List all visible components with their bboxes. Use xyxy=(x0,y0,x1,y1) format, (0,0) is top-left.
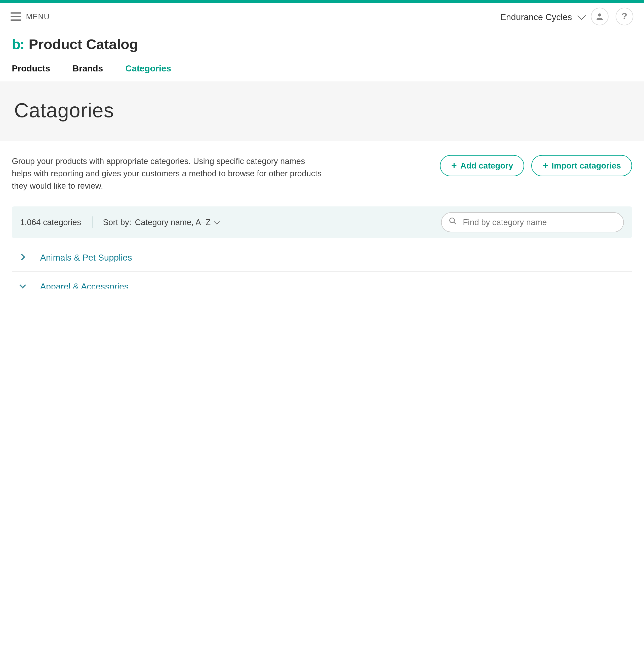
chevron-down-icon xyxy=(19,282,26,288)
hamburger-icon xyxy=(10,12,21,21)
sort-label: Sort by: xyxy=(103,217,131,227)
category-row: Apparel & Accessories xyxy=(12,272,632,288)
add-category-label: Add category xyxy=(460,161,513,170)
page-subtitle: Catagories xyxy=(14,99,630,122)
menu-button[interactable]: MENU xyxy=(10,12,50,21)
svg-point-0 xyxy=(598,13,601,17)
page-subheader: Catagories xyxy=(0,81,644,141)
search-icon xyxy=(448,216,458,228)
question-icon: ? xyxy=(622,11,627,22)
action-buttons: + Add category + Import catagories xyxy=(440,155,632,176)
page-title-area: b: Product Catalog xyxy=(0,30,644,52)
expand-toggle[interactable] xyxy=(12,247,32,267)
category-tree: Animals & Pet SuppliesApparel & Accessor… xyxy=(0,243,644,288)
user-icon xyxy=(595,12,604,21)
menu-label: MENU xyxy=(26,12,50,21)
sort-dropdown[interactable]: Sort by: Category name, A–Z xyxy=(103,217,218,227)
help-button[interactable]: ? xyxy=(616,7,633,25)
app-header: MENU Endurance Cycles ? xyxy=(0,3,644,30)
search-field-wrap xyxy=(441,212,624,232)
primary-tabs: Products Brands Categories xyxy=(0,52,644,81)
toolbar-left: 1,064 categories Sort by: Category name,… xyxy=(20,216,218,228)
chevron-right-icon xyxy=(18,254,25,261)
org-name: Endurance Cycles xyxy=(500,11,572,22)
chevron-down-icon xyxy=(578,11,586,20)
category-row: Animals & Pet Supplies xyxy=(12,243,632,272)
description-text: Group your products with appropriate cat… xyxy=(12,155,324,192)
import-categories-button[interactable]: + Import catagories xyxy=(531,155,632,176)
tab-products[interactable]: Products xyxy=(12,63,50,73)
add-category-button[interactable]: + Add category xyxy=(440,155,524,176)
svg-point-1 xyxy=(450,218,455,222)
search-input[interactable] xyxy=(441,212,624,232)
description-actions-row: Group your products with appropriate cat… xyxy=(0,141,644,198)
org-selector[interactable]: Endurance Cycles xyxy=(500,11,584,22)
category-link[interactable]: Apparel & Accessories xyxy=(40,281,129,288)
sort-value: Category name, A–Z xyxy=(135,217,211,227)
brand-accent-bar xyxy=(0,0,644,3)
plus-icon: + xyxy=(451,161,457,170)
page-title: Product Catalog xyxy=(29,36,138,52)
chevron-down-icon xyxy=(214,218,220,225)
svg-line-2 xyxy=(454,222,456,225)
list-toolbar: 1,064 categories Sort by: Category name,… xyxy=(12,206,632,238)
brand-logo: b: xyxy=(12,36,24,52)
category-link[interactable]: Animals & Pet Supplies xyxy=(40,252,132,262)
user-account-button[interactable] xyxy=(591,7,608,25)
header-right: Endurance Cycles ? xyxy=(500,7,633,25)
category-count: 1,064 categories xyxy=(20,217,81,227)
tab-brands[interactable]: Brands xyxy=(72,63,103,73)
tab-categories[interactable]: Categories xyxy=(125,63,171,73)
plus-icon: + xyxy=(543,161,548,170)
collapse-toggle[interactable] xyxy=(12,276,32,288)
import-categories-label: Import catagories xyxy=(552,161,621,170)
divider xyxy=(92,216,92,228)
